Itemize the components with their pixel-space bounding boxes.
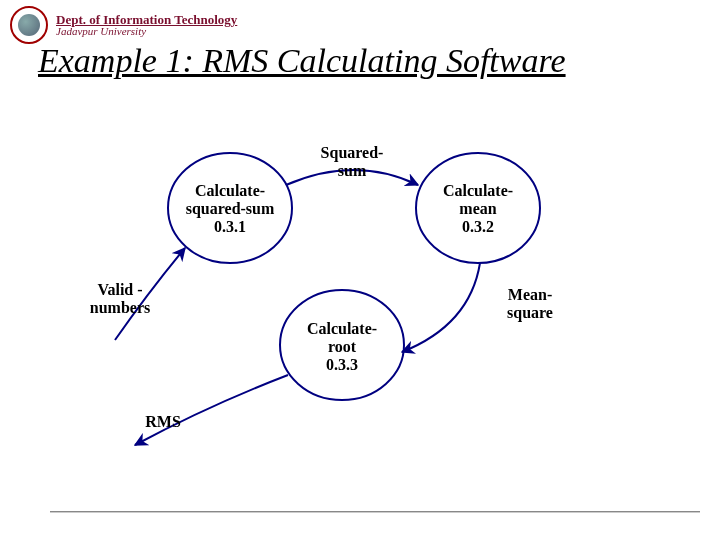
edge-sq-l1: Squared- — [321, 144, 384, 162]
edge-mean-l2: square — [507, 304, 553, 322]
arrow-rms — [135, 375, 288, 445]
node1-label-l3: 0.3.1 — [214, 218, 246, 235]
edge-valid-l1: Valid - — [97, 281, 142, 298]
node3-label-l1: Calculate- — [307, 320, 377, 337]
edge-sq-l2: sum — [338, 162, 367, 179]
edge-valid-l2: numbers — [90, 299, 150, 316]
node3-label-l3: 0.3.3 — [326, 356, 358, 373]
node2-label-l2: mean — [459, 200, 496, 217]
footer-divider — [50, 511, 700, 512]
node3-label-l2: root — [328, 338, 357, 355]
dfd-diagram: Calculate- squared-sum 0.3.1 Calculate- … — [0, 0, 720, 540]
node1-label-l1: Calculate- — [195, 182, 265, 199]
node2-label-l1: Calculate- — [443, 182, 513, 199]
node2-label-l3: 0.3.2 — [462, 218, 494, 235]
node1-label-l2: squared-sum — [186, 200, 275, 218]
edge-rms: RMS — [145, 413, 181, 430]
edge-mean-l1: Mean- — [508, 286, 552, 303]
arrow-mean-square — [402, 263, 480, 352]
